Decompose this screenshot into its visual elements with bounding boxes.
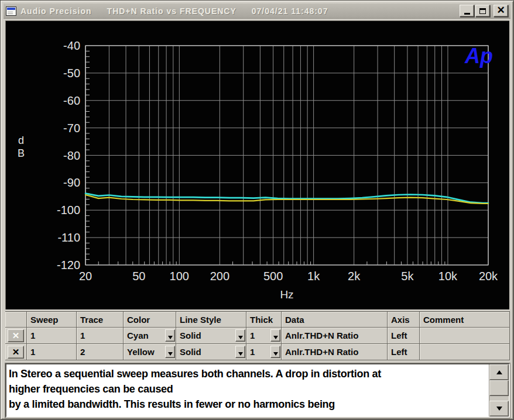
x-axis-title: Hz (280, 288, 293, 301)
thdn-chart[interactable]: -40-50-60-70-80-90-100-110-1202050100200… (6, 21, 510, 310)
scroll-up-button[interactable] (489, 364, 509, 380)
trace1-comment-cell[interactable] (420, 328, 510, 344)
x-tick-label: 20k (479, 270, 498, 283)
chevron-down-icon (238, 336, 243, 339)
y-axis-title: d (18, 135, 24, 146)
trace1-data-cell[interactable]: Anlr.THD+N Ratio (282, 328, 388, 344)
maximize-icon (479, 8, 486, 14)
x-tick-label: 50 (132, 270, 145, 283)
comment-scrollbar[interactable] (489, 364, 509, 416)
column-header-data: Data (282, 312, 388, 328)
title-app-name: Audio Precision (20, 6, 92, 16)
x-tick-label: 200 (210, 270, 229, 283)
trace2-data-cell[interactable]: Anlr.THD+N Ratio (282, 344, 388, 360)
y-tick-label: -80 (63, 149, 80, 162)
trace2-line (85, 195, 488, 204)
table-row-1-toggle-cell: ✕ (5, 328, 27, 344)
ap-logo: Ap (464, 44, 493, 68)
trace1-thick-cell[interactable]: 1 (246, 328, 282, 344)
trace1-trace-cell[interactable]: 1 (77, 328, 124, 344)
trace2-line-style-value: Solid (180, 347, 201, 357)
trace1-line-style-value: Solid (180, 331, 201, 340)
x-tick-label: 5k (401, 270, 414, 283)
scroll-down-button[interactable] (489, 401, 509, 416)
trace2-axis-cell[interactable]: Left (388, 344, 420, 360)
y-tick-label: -40 (63, 39, 80, 52)
y-tick-label: -50 (63, 67, 80, 80)
scrollbar-track[interactable] (489, 396, 509, 401)
column-header-line-style: Line Style (176, 312, 246, 328)
y-tick-label: -90 (63, 176, 80, 189)
column-header-trace: Trace (77, 312, 124, 328)
chevron-down-icon (273, 352, 278, 356)
column-header-thick: Thick (246, 312, 282, 328)
trace1-color-dropdown-button[interactable] (165, 329, 175, 342)
column-header-sweep: Sweep (27, 312, 77, 328)
trace2-trace-cell[interactable]: 2 (77, 344, 124, 360)
trace2-color-dropdown-button[interactable] (165, 346, 175, 358)
app-icon-lines (8, 12, 13, 12)
trace1-thick-value: 1 (250, 331, 255, 340)
arrow-up-icon (496, 370, 502, 374)
chevron-down-icon (273, 336, 278, 339)
minimize-button[interactable] (460, 5, 474, 17)
trace2-color-cell[interactable]: Yellow (124, 344, 176, 360)
y-tick-label: -70 (63, 122, 80, 135)
comment-line: higher frequencies can be caused (9, 381, 486, 397)
title-doc-name: THD+N Ratio vs FREQUENCY (107, 6, 237, 16)
app-window: Audio Precision THD+N Ratio vs FREQUENCY… (0, 0, 514, 420)
column-header-blank (5, 312, 27, 328)
graph-panel: -40-50-60-70-80-90-100-110-1202050100200… (5, 20, 509, 309)
y-tick-label: -120 (57, 259, 80, 271)
trace-table: Sweep Trace Color Line Style Thick Data … (5, 311, 510, 360)
x-tick-label: 1k (307, 270, 320, 283)
window-title: Audio Precision THD+N Ratio vs FREQUENCY… (20, 6, 455, 16)
title-bar[interactable]: Audio Precision THD+N Ratio vs FREQUENCY… (4, 4, 510, 19)
trace2-visible-toggle[interactable]: ✕ (8, 346, 24, 359)
trace2-color-value: Yellow (127, 347, 155, 357)
x-tick-label: 500 (263, 270, 283, 283)
chevron-down-icon (168, 336, 173, 339)
trace1-thick-dropdown-button[interactable] (270, 329, 280, 342)
comment-line: by a limited bandwidth. This results in … (9, 397, 486, 412)
trace1-axis-cell[interactable]: Left (388, 328, 420, 344)
trace2-thick-cell[interactable]: 1 (246, 344, 282, 360)
chevron-down-icon (238, 352, 243, 356)
trace2-comment-cell[interactable] (420, 344, 510, 360)
app-icon[interactable] (6, 6, 16, 16)
app-icon-titlebar-stripe (7, 8, 15, 10)
minimize-icon (464, 13, 470, 15)
trace1-color-cell[interactable]: Cyan (124, 328, 176, 344)
scroll-thumb[interactable] (489, 380, 509, 396)
y-axis-title: B (18, 147, 25, 159)
title-datetime: 07/04/21 11:48:07 (252, 6, 328, 16)
trace1-visible-toggle[interactable]: ✕ (8, 329, 24, 342)
column-header-color: Color (124, 312, 176, 328)
y-tick-label: -60 (63, 94, 80, 107)
x-tick-label: 100 (170, 270, 189, 283)
comment-line: In Stereo a sequential sweep measures bo… (9, 366, 486, 381)
close-icon: ✕ (496, 5, 505, 15)
x-tick-label: 2k (348, 270, 361, 283)
trace2-sweep-cell[interactable]: 1 (27, 344, 77, 360)
trace2-thick-dropdown-button[interactable] (270, 346, 280, 358)
table-row-2-toggle-cell: ✕ (5, 344, 27, 360)
maximize-button[interactable] (475, 5, 490, 17)
x-tick-label: 10k (438, 270, 458, 283)
window-controls: ✕ (460, 5, 508, 17)
close-button[interactable]: ✕ (494, 5, 508, 17)
comment-box[interactable]: In Stereo a sequential sweep measures bo… (5, 363, 510, 418)
x-tick-label: 20 (79, 270, 92, 283)
y-tick-label: -100 (57, 204, 80, 216)
column-header-comment: Comment (420, 312, 510, 328)
y-tick-label: -110 (57, 231, 80, 244)
comment-text[interactable]: In Stereo a sequential sweep measures bo… (6, 364, 489, 416)
chevron-down-icon (168, 352, 173, 356)
trace1-color-value: Cyan (127, 331, 149, 340)
trace1-line-style-dropdown-button[interactable] (235, 329, 245, 342)
trace2-line-style-cell[interactable]: Solid (176, 344, 246, 360)
trace2-line-style-dropdown-button[interactable] (235, 346, 245, 358)
arrow-down-icon (496, 407, 502, 411)
trace1-line-style-cell[interactable]: Solid (176, 328, 246, 344)
trace1-sweep-cell[interactable]: 1 (27, 328, 77, 344)
